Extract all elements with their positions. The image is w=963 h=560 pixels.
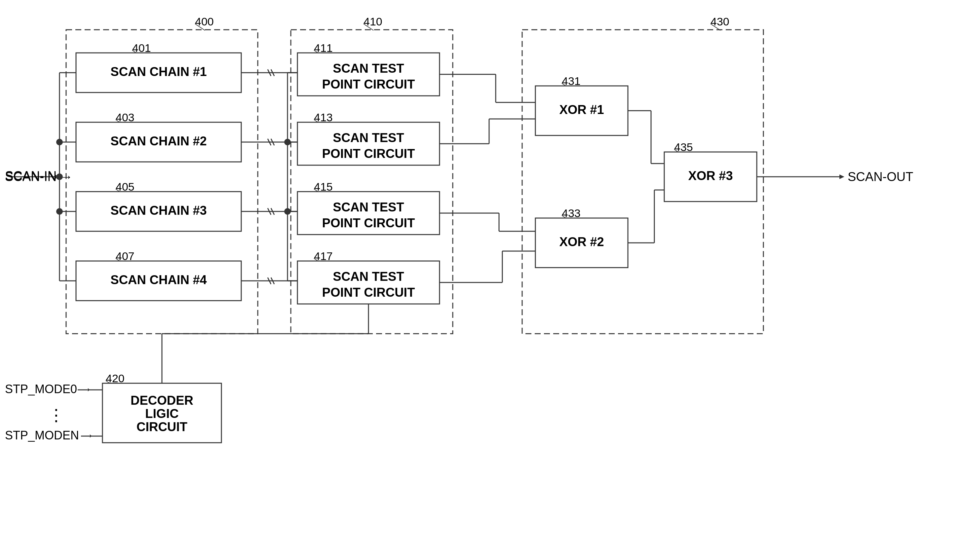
scan-chain-2-label: SCAN CHAIN #2 [110, 134, 206, 148]
decoder-label-line2: LIGIC [145, 407, 178, 421]
stp-415-label-line1: SCAN TEST [333, 200, 404, 214]
scan-out-text: SCAN-OUT [848, 170, 913, 184]
stp-417-label-line2: POINT CIRCUIT [322, 285, 415, 299]
decoder-label-line1: DECODER [131, 393, 193, 407]
stp-417-label-line1: SCAN TEST [333, 270, 404, 283]
stp-411-label-line1: SCAN TEST [333, 62, 404, 75]
xor-1-label: XOR #1 [559, 103, 604, 117]
xor-2-label: XOR #2 [559, 235, 604, 249]
decoder-label-line3: CIRCUIT [136, 420, 187, 434]
ellipsis: ⋮ [48, 406, 65, 424]
junction-sc2 [56, 139, 63, 146]
scan-chain-3-label: SCAN CHAIN #3 [110, 204, 206, 217]
scan-chain-4-label: SCAN CHAIN #4 [110, 273, 206, 287]
stp-415-label-line2: POINT CIRCUIT [322, 216, 415, 230]
junction-sc3 [56, 208, 63, 215]
xor-3-label: XOR #3 [688, 169, 733, 183]
scan-chain-1-label: SCAN CHAIN #1 [110, 65, 206, 79]
circuit-diagram: 400 410 430 401 SCAN CHAIN #1 403 SCAN C… [0, 0, 963, 560]
stp-413-label-line2: POINT CIRCUIT [322, 147, 415, 160]
stp-moden-label: STP_MODEN → [5, 429, 94, 442]
stp-411-label-line2: POINT CIRCUIT [322, 77, 415, 91]
svg-marker-59 [840, 175, 845, 179]
stp-mode0-label: STP_MODE0 → [5, 382, 92, 396]
stp-413-label-line1: SCAN TEST [333, 131, 404, 145]
junction-scan-in [56, 173, 63, 180]
